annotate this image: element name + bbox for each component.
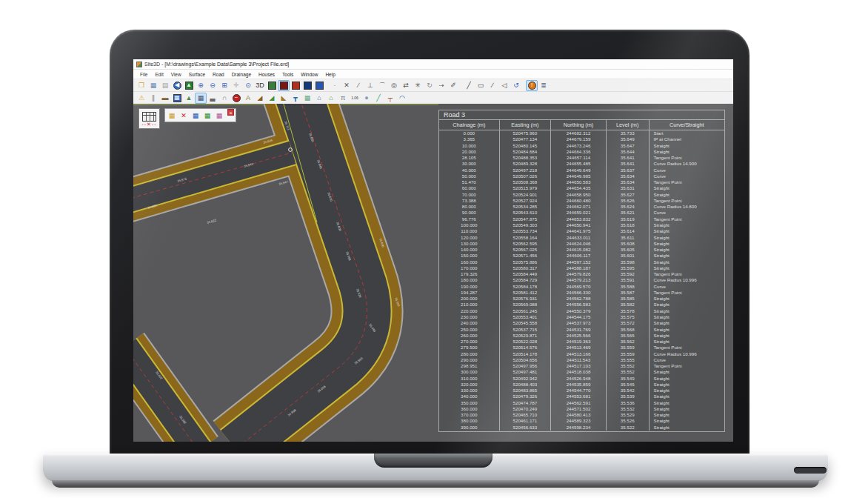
table-body[interactable]: 0.000520475.960244682.31235.733Start3.36… <box>439 130 724 431</box>
table-row[interactable]: 279.500520514.576244513.46935.559Tangent… <box>439 345 724 351</box>
menu-help[interactable]: Help <box>321 72 338 77</box>
table-row[interactable]: 250.000520537.715244531.76935.568Straigh… <box>439 327 724 333</box>
zoom-out-icon[interactable]: ⊖ <box>207 80 218 91</box>
ramp-icon[interactable]: ◢ <box>254 93 266 104</box>
new-table-button[interactable]: ▦ <box>167 110 177 121</box>
view-shaded-icon[interactable] <box>278 80 290 91</box>
draw-line-icon[interactable]: ╱ <box>463 80 475 91</box>
snap-star-icon[interactable]: ✳ <box>412 80 424 91</box>
house-green-icon[interactable]: ⌂ <box>325 93 337 104</box>
menu-window[interactable]: Window <box>297 72 321 77</box>
table-row[interactable]: 28.105520488.353244657.11435.641Tangent … <box>439 155 724 161</box>
bridge-section-icon[interactable]: π <box>337 93 349 104</box>
no-entry-icon[interactable]: − <box>230 93 242 104</box>
mound-icon[interactable]: ▲ <box>183 93 195 104</box>
view-3d-icon[interactable]: 3D <box>254 80 266 91</box>
table-row[interactable]: 320.000520488.403244535.85935.545Straigh… <box>439 382 724 388</box>
table-row[interactable]: 179.326520584.449244579.82635.592Tangent… <box>439 271 724 277</box>
delete-table-button[interactable]: ✕ <box>178 110 189 121</box>
errors-icon[interactable]: ! <box>526 80 538 91</box>
table-row[interactable]: 170.000520580.317244588.18735.595Straigh… <box>439 265 724 271</box>
table-row[interactable]: 40.000520497.218244649.64935.637Curve <box>439 167 724 173</box>
table-row[interactable]: 20.000520484.684244664.33635.644Straight <box>439 149 724 155</box>
table-row[interactable]: 260.000520529.871244525.56635.565Straigh… <box>439 333 724 339</box>
menu-surface[interactable]: Surface <box>185 72 209 77</box>
road-table-tool-button[interactable]: --✕-- <box>138 108 160 129</box>
table-row[interactable]: 390.000520456.633244598.23435.522Straigh… <box>439 425 724 431</box>
table-row[interactable]: 150.000520571.456244606.11735.601Straigh… <box>439 253 724 259</box>
view-model-icon[interactable] <box>313 80 325 91</box>
snap-arc-icon[interactable]: ⌒ <box>376 80 388 91</box>
verge-icon[interactable]: ◢ <box>266 93 278 104</box>
table-row[interactable]: 160.000520575.886244597.15235.598Straigh… <box>439 259 724 265</box>
menu-file[interactable]: File <box>136 72 151 77</box>
close-toolbar-button[interactable]: × <box>227 109 234 116</box>
view-contours-icon[interactable] <box>266 80 278 91</box>
table-row[interactable]: 300.000520497.481244518.03835.552Straigh… <box>439 369 724 375</box>
snap-offset-icon[interactable]: ⇄ <box>400 80 412 91</box>
table-row[interactable]: 190.000520584.178244569.57035.588Curve <box>439 284 724 290</box>
snap-perpendicular-icon[interactable]: ⊥ <box>364 80 376 91</box>
draw-segment-icon[interactable]: ∕ <box>487 80 498 91</box>
table-row[interactable]: 180.000520584.729244579.21335.591Curve R… <box>439 277 724 283</box>
hazard-sign-icon[interactable]: ⚠ <box>136 93 147 104</box>
report-list-icon[interactable]: ≣ <box>538 80 550 91</box>
table-row[interactable]: 298.951520497.956244517.10335.552Tangent… <box>439 363 724 369</box>
table-row[interactable]: 70.000520524.901244658.95035.627Straight <box>439 192 724 198</box>
table-row[interactable]: 200.000520576.931244562.78835.585Straigh… <box>439 296 724 302</box>
table-row[interactable]: 60.000520515.979244654.43535.631Straight <box>439 185 724 191</box>
table-row[interactable]: 51.470520508.368244650.58335.634Tangent … <box>439 179 724 185</box>
surface-view-icon[interactable]: ▲ <box>183 80 195 91</box>
snap-circle-icon[interactable]: ◎ <box>388 80 400 91</box>
table-row[interactable]: 120.000520558.164244633.01135.611Straigh… <box>439 235 724 241</box>
drawing-area[interactable]: 35.66035.64935.63035.60835.59835.52435.4… <box>133 104 733 442</box>
table-row[interactable]: 370.000520465.710244580.41335.529Straigh… <box>439 412 724 418</box>
table-row[interactable]: 140.000520567.025244615.08235.605Straigh… <box>439 247 724 253</box>
road-markings-icon[interactable]: ∥ <box>147 93 159 104</box>
menu-road[interactable]: Road <box>209 72 228 77</box>
excavation-icon[interactable]: ◣ <box>278 93 290 104</box>
table-row[interactable]: 240.000520545.558244537.97335.572Straigh… <box>439 320 724 326</box>
view-levels-icon[interactable] <box>290 80 301 91</box>
table-row[interactable]: 100.000520549.303244650.94135.618Straigh… <box>439 222 724 228</box>
road-table-icon[interactable]: ▦ <box>195 93 207 104</box>
road-section-icon[interactable]: ▃ <box>207 93 218 104</box>
zoom-in-icon[interactable]: ⊕ <box>195 80 207 91</box>
open-file-icon[interactable]: ❐ <box>136 80 147 91</box>
assign-table-button[interactable]: ▦ <box>190 110 201 121</box>
signpost-icon[interactable]: A <box>242 93 254 104</box>
snap-line-icon[interactable]: ∕ <box>353 80 364 91</box>
slope-icon[interactable]: ╱ <box>373 93 384 104</box>
menu-drainage[interactable]: Drainage <box>228 72 255 77</box>
table-row[interactable]: 0.000520475.960244682.31235.733Start <box>439 130 724 136</box>
menu-view[interactable]: View <box>167 72 185 77</box>
tunnel-icon[interactable]: ∩ <box>218 93 230 104</box>
move-icon[interactable]: ⇢ <box>435 80 447 91</box>
table-row[interactable]: 110.000520553.734244641.97535.614Straigh… <box>439 228 724 234</box>
rotate-icon[interactable]: ↻ <box>424 80 435 91</box>
house-blue-icon[interactable]: ⌂ <box>313 93 325 104</box>
table-row[interactable]: 90.000520543.610244659.02135.621Curve <box>439 210 724 216</box>
snap-point-icon[interactable]: · <box>329 80 341 91</box>
draw-parallel-icon[interactable]: ▭ <box>475 80 487 91</box>
flag-icon[interactable]: ◁ <box>498 80 510 91</box>
table-row[interactable]: 10.000520480.145244673.24635.647Straight <box>439 143 724 149</box>
menu-houses[interactable]: Houses <box>255 72 278 77</box>
toolbox-icon[interactable]: ▬ <box>159 93 171 104</box>
pan-icon[interactable]: ✛ <box>230 80 242 91</box>
ball-icon[interactable]: ● <box>361 93 373 104</box>
table-row[interactable]: 80.000520534.285244662.07135.624Curve Ra… <box>439 204 724 210</box>
refresh-icon[interactable]: ↺ <box>510 80 522 91</box>
table-row[interactable]: 340.000520479.326244553.68135.539Straigh… <box>439 394 724 399</box>
table-row[interactable]: 220.000520561.245244550.37935.578Straigh… <box>439 308 724 314</box>
crossing-sign-icon[interactable]: ▦ <box>171 93 183 104</box>
table-row[interactable]: 330.000520483.865244544.77035.542Straigh… <box>439 388 724 394</box>
zoom-previous-icon[interactable]: ⊙ <box>242 80 254 91</box>
menu-tools[interactable]: Tools <box>278 72 297 77</box>
table-row[interactable]: 96.776520547.875244653.83235.619Tangent … <box>439 216 724 222</box>
print-icon[interactable]: ▤ <box>159 80 171 91</box>
table-row[interactable]: 230.000520553.401244544.17535.575Straigh… <box>439 314 724 320</box>
erase-icon[interactable]: ✐ <box>447 80 459 91</box>
table-row[interactable]: 30.000520489.328244655.48535.641Curve Ra… <box>439 161 724 167</box>
table-row[interactable]: 270.000520522.028244519.36335.562Straigh… <box>439 339 724 345</box>
